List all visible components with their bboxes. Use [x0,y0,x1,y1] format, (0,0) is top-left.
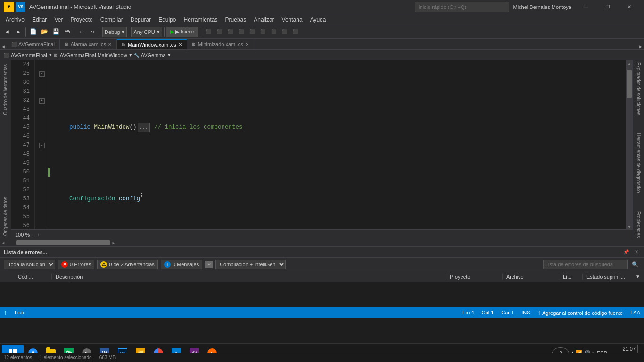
toolbar-extra-7[interactable]: ⬛ [268,27,279,37]
taskbar-bottom-status: 12 elementos 1 elemento seleccionado 663… [0,353,644,362]
col-desc-header[interactable]: Descripción [52,274,446,280]
editor-scrollbar-v[interactable]: ▲ ▼ [626,60,633,229]
tab-alarma[interactable]: 🗎 Alarma.xaml.cs ✕ [60,39,117,49]
back-button[interactable]: ◀ [2,27,12,37]
toolbar-extra-3[interactable]: ⬛ [225,27,235,37]
col-line-header[interactable]: Lí... [559,274,583,280]
col-file-header[interactable]: Archivo [503,274,559,280]
scroll-thumb[interactable] [627,70,632,98]
warnings-button[interactable]: ⚠ 0 de 2 Advertencias [97,260,158,269]
col-supr-label: Estado suprimi... [586,274,625,280]
close-minimizado-icon[interactable]: ✕ [245,42,249,47]
line-num-48: 48 [11,150,33,159]
menu-editar[interactable]: Editar [28,16,50,24]
diagnostic-tools-label[interactable]: Herramientas de diagnóstico [636,131,641,195]
close-alarma-icon[interactable]: ✕ [108,42,112,47]
close-button[interactable]: ✕ [619,0,640,14]
tab-minimizado[interactable]: 🗎 Minimizado.xaml.cs ✕ [187,39,254,49]
toolbar-extra-6[interactable]: ⬛ [257,27,268,37]
maximize-button[interactable]: ❐ [597,0,619,14]
messages-button[interactable]: i 0 Mensajes [161,260,202,269]
line-num-50: 50 [11,168,33,177]
tab-label-avgemmafinal: AVGemmaFinal [18,41,55,47]
cpu-arrow: ▾ [157,29,160,35]
ready-label: Listo [15,310,25,315]
col-proj-header[interactable]: Proyecto [446,274,503,280]
tab-scroll-left[interactable]: ◀ [0,44,7,49]
tab-mainwindow[interactable]: 🗎 MainWindow.xaml.cs ✕ [117,39,187,49]
menu-archivo[interactable]: Archivo [2,16,28,24]
menu-ayuda[interactable]: Ayuda [306,16,330,24]
filter-col-icon[interactable]: ▼ [636,274,640,279]
breadcrumb-member[interactable]: AVGemma [141,52,166,58]
menu-compilar[interactable]: Compilar [97,16,127,24]
menu-equipo[interactable]: Equipo [155,16,180,24]
forward-button[interactable]: ▶ [13,27,24,37]
menu-ver[interactable]: Ver [50,16,66,24]
menu-depurar[interactable]: Depurar [127,16,155,24]
collapse-25[interactable]: + [39,71,45,77]
editor-scrollbar-h[interactable]: ◀ ▶ [0,239,644,246]
quick-launch-input[interactable] [415,2,509,12]
build-filter-dropdown[interactable]: Compilación + IntelliSen [215,260,286,269]
panel-pin-button[interactable]: 📌 [621,248,631,255]
debug-mode-dropdown[interactable]: Debug ▾ [102,27,127,37]
breadcrumb-class[interactable]: AVGemmaFinal.MainWindow [60,52,127,58]
solution-explorer-label[interactable]: Explorador de soluciones [636,60,641,117]
breadcrumb-sep-1: ▾ [49,52,52,58]
close-mainwindow-icon[interactable]: ✕ [178,42,182,47]
toolbar-extra-2[interactable]: ⬛ [214,27,224,37]
col-indicator: Col 1 [482,310,494,315]
tab-bar: ◀ ⬛ AVGemmaFinal 🗎 Alarma.xaml.cs ✕ 🗎 Ma… [0,39,644,50]
zoom-in-button[interactable]: + [37,232,40,238]
redo-button[interactable]: ↪ [88,27,98,37]
toolbar-extra-9[interactable]: ⬛ [290,27,300,37]
status-arrow-icon: ↑ [4,309,7,316]
error-scope-dropdown[interactable]: Toda la solución [4,260,55,269]
menu-analizar[interactable]: Analizar [250,16,278,24]
save-button[interactable]: 💾 [50,27,61,37]
open-button[interactable]: 📂 [39,27,50,37]
error-search-button[interactable]: 🔍 [630,259,640,270]
line-num-47: 47 [11,141,33,150]
tab-scroll-right[interactable]: ▶ [637,44,644,49]
save-all-button[interactable]: 🗃 [62,27,72,37]
toolbox-label[interactable]: Cuadro de herramientas [2,60,9,119]
properties-label[interactable]: Propiedades [636,209,641,239]
scroll-down-button[interactable]: ▼ [626,223,633,229]
code-line-24 [55,87,626,96]
errors-button[interactable]: ✕ 0 Errores [58,260,94,269]
scroll-left-button[interactable]: ◀ [0,239,7,246]
data-origins-label[interactable]: Orígenes de datos [2,193,9,239]
toolbar-extra-4[interactable]: ⬛ [236,27,246,37]
collapse-47[interactable]: − [39,143,45,148]
menu-pruebas[interactable]: Pruebas [222,16,250,24]
start-button[interactable]: ▶ ▶ Iniciar [166,27,198,37]
breadcrumb-project[interactable]: AVGemmaFinal [11,52,47,58]
error-search-input[interactable] [543,260,628,269]
tab-avgemmafinal[interactable]: ⬛ AVGemmaFinal [7,39,60,49]
panel-close-button[interactable]: ✕ [633,248,640,255]
col-supr-header[interactable]: Estado suprimi... ▼ [583,274,644,280]
toolbar-extra-1[interactable]: ⬛ [203,27,214,37]
new-project-button[interactable]: 📄 [28,27,38,37]
zoom-out-button[interactable]: − [32,232,34,238]
menu-ventana[interactable]: Ventana [278,16,306,24]
scroll-h-thumb[interactable] [16,240,110,245]
line-num-51: 51 [11,177,33,186]
minimize-button[interactable]: ─ [575,0,597,14]
scroll-up-button[interactable]: ▲ [626,60,633,67]
col-proj-label: Proyecto [450,274,470,280]
toolbar-extra-5[interactable]: ⬛ [247,27,257,37]
code-lines[interactable]: public MainWindow()... // inicia los com… [50,60,626,229]
gutter: + + − + [35,60,48,229]
scroll-right-button[interactable]: ▶ [110,239,117,246]
cpu-dropdown[interactable]: Any CPU ▾ [131,27,162,37]
collapse-32[interactable]: + [39,98,45,104]
toolbar-extra-8[interactable]: ⬛ [279,27,289,37]
menu-herramientas[interactable]: Herramientas [180,16,222,24]
col-code-header[interactable]: Códi... [14,274,52,280]
source-control-label[interactable]: ↑ Agregar al control de código fuente [538,309,623,316]
undo-button[interactable]: ↩ [76,27,87,37]
menu-proyecto[interactable]: Proyecto [66,16,96,24]
